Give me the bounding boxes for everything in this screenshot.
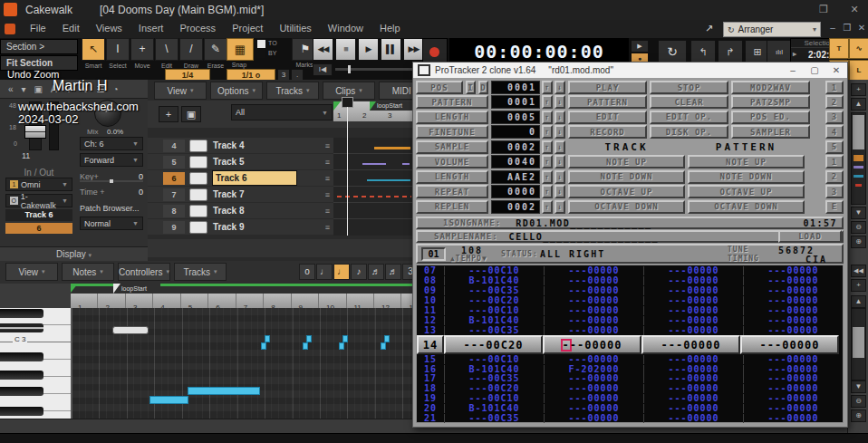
pause-button[interactable]: ▌▌ [381, 38, 401, 61]
whole-note-button[interactable]: o [299, 264, 315, 280]
protracker-window[interactable]: ProTracker 2 clone v1.64 "rd01.mod.mod" … [412, 62, 848, 428]
zoom-out-icon[interactable]: ⊖ [851, 395, 866, 408]
track-row[interactable]: 4Track 4≡ [148, 138, 333, 153]
pattern-cell[interactable]: ---00000 [743, 365, 843, 374]
pattern-row[interactable]: 07---00C10---00000---00000---00000 [417, 266, 843, 276]
menu-view[interactable]: View▾ [154, 82, 207, 100]
pattern-cell[interactable]: ---00C35 [444, 286, 544, 295]
pattern-row[interactable]: 10---00C20---00000---00000---00000 [417, 296, 843, 306]
pt-down-arrow-button[interactable]: ↓ [555, 200, 565, 214]
track-navigator[interactable] [851, 112, 866, 205]
pt-up-arrow-button[interactable]: ↑ [542, 95, 553, 109]
pattern-cell[interactable]: ---00000 [643, 266, 743, 275]
pattern-cell[interactable]: ---00000 [743, 326, 843, 335]
menu-project[interactable]: Project [224, 20, 271, 38]
pattern-cell[interactable]: ---00C10 [444, 306, 544, 315]
track-widget-icon[interactable]: ≡ [325, 190, 330, 199]
pattern-cell[interactable]: ---00000 [544, 394, 643, 403]
pt-up-arrow-button[interactable]: ↑ [542, 81, 553, 94]
tool-select[interactable]: ISelect [106, 38, 130, 69]
pt-key-4-button[interactable]: 4 [825, 125, 844, 139]
pattern-row[interactable]: 12B-101C40---00000---00000---00000 [417, 315, 843, 325]
pattern-row[interactable]: 14---00C20---00000---00000---00000 [417, 335, 843, 354]
piano-black-key[interactable] [0, 371, 43, 380]
pattern-cell[interactable]: ---00000 [544, 355, 643, 364]
track-row[interactable]: 8Track 8≡ [148, 203, 333, 218]
pattern-cell[interactable]: ---00000 [643, 326, 743, 335]
pattern-cell[interactable]: ---00000 [544, 276, 643, 285]
loop-button[interactable]: ↻ [658, 40, 687, 64]
pt-key-3-button[interactable]: 3 [825, 111, 844, 124]
pt-note-down-button[interactable]: NOTE DOWN [568, 170, 685, 184]
pattern-editor[interactable]: 07---00C10---00000---00000---0000008B-10… [416, 265, 844, 423]
quarter-note-button[interactable]: ♩ [333, 264, 350, 280]
pt-key-5-button[interactable]: 5 [825, 140, 844, 154]
pattern-cell[interactable]: ---00000 [643, 306, 743, 315]
load-button[interactable]: LOAD [778, 230, 842, 243]
minimize-icon[interactable]: – [782, 65, 804, 75]
section-button[interactable]: Section > [0, 39, 78, 54]
snap-by-box[interactable] [257, 50, 265, 58]
pattern-row[interactable]: 19---00C10---00000---00000---00000 [417, 394, 843, 404]
pattern-cell[interactable]: B-101C40 [444, 365, 544, 374]
tempo-widget[interactable]: ▲TEMPO▼ [450, 255, 487, 263]
pt-down-arrow-button[interactable]: ↓ [555, 185, 565, 198]
pattern-row[interactable]: 08B-101C40---00000---00000---00000 [417, 276, 843, 286]
menu-insert[interactable]: Insert [130, 20, 172, 38]
pattern-cell[interactable]: ---00000 [544, 306, 643, 315]
menu-views[interactable]: Views [88, 20, 130, 38]
menu-window[interactable]: Window [320, 20, 371, 38]
piano-black-key[interactable] [0, 387, 43, 396]
menu-edit[interactable]: Edit [54, 20, 88, 38]
track-name[interactable]: Track 9 [213, 222, 296, 232]
pattern-cell[interactable]: ---00000 [743, 374, 843, 383]
pt-octave-up-button[interactable]: OCTAVE UP [688, 185, 805, 198]
track-widget-icon[interactable]: ≡ [325, 158, 330, 167]
pattern-cell[interactable]: ---00000 [544, 266, 643, 275]
pattern-cell[interactable]: ---00000 [743, 316, 843, 325]
menu-notes[interactable]: Notes▾ [62, 263, 114, 281]
volume-slider[interactable] [24, 125, 46, 139]
note[interactable] [339, 342, 344, 350]
pt-down-arrow-button[interactable]: ↓ [555, 140, 565, 154]
pattern-cell[interactable]: ---00000 [544, 384, 643, 393]
pattern-cell[interactable]: ---00000 [743, 355, 843, 364]
pt-note-up-button[interactable]: NOTE UP [688, 155, 805, 169]
pt-down-arrow-button[interactable]: ↓ [555, 155, 565, 169]
pt-key-2-button[interactable]: 2 [825, 170, 844, 184]
piano-black-key[interactable] [0, 407, 43, 416]
loop-start-marker[interactable]: loopStart [113, 284, 160, 294]
pt-octave-up-button[interactable]: OCTAVE UP [568, 185, 685, 198]
menu-process[interactable]: Process [171, 20, 224, 38]
pt-disk-op--button[interactable]: DISK OP. [650, 125, 728, 139]
pattern-cell[interactable]: ---00C10 [444, 394, 544, 403]
menu-controllers[interactable]: Controllers▾ [118, 263, 170, 281]
pattern-cell[interactable]: ---00000 [544, 404, 643, 413]
pt-down-arrow-button[interactable]: ↓ [555, 170, 565, 184]
pattern-row[interactable]: 09---00C35---00000---00000---00000 [417, 286, 843, 296]
close-small-icon[interactable]: ✕ [855, 22, 868, 34]
pt-note-down-button[interactable]: NOTE DOWN [688, 170, 805, 184]
tool-erase[interactable]: ✎Erase [204, 38, 227, 69]
pattern-cell[interactable]: ---00000 [543, 335, 641, 354]
tool-draw[interactable]: /Draw [179, 38, 203, 69]
pt-up-arrow-button[interactable]: ↑ [542, 200, 553, 214]
pt-mod2wav-button[interactable]: MOD2WAV [731, 81, 810, 94]
snap-to-box[interactable] [257, 40, 265, 48]
pattern-cell[interactable]: B-101C40 [444, 404, 544, 413]
pattern-cell[interactable]: ---00000 [743, 286, 843, 295]
pt-key-1-button[interactable]: 1 [825, 155, 844, 169]
pattern-cell[interactable]: ---00000 [643, 374, 743, 383]
protracker-titlebar[interactable]: ProTracker 2 clone v1.64 "rd01.mod.mod" … [413, 63, 847, 79]
track-name[interactable]: Track 4 [213, 140, 296, 150]
pattern-cell[interactable]: B-101C40 [444, 316, 544, 325]
pattern-cell[interactable]: ---00000 [743, 404, 843, 413]
pattern-cell[interactable]: ---00000 [643, 414, 743, 423]
pattern-cell[interactable]: ---00C10 [444, 266, 544, 275]
time-offset-row[interactable]: Time +0 [80, 188, 143, 197]
thirty-second-note-button[interactable]: ♬ [385, 264, 401, 280]
zoom-in-icon[interactable]: ⊕ [851, 236, 866, 248]
mini-play-button[interactable]: ▶ [631, 40, 649, 53]
pt-sampler-button[interactable]: SAMPLER [731, 125, 810, 139]
pattern-cell[interactable]: ---00000 [544, 414, 643, 423]
